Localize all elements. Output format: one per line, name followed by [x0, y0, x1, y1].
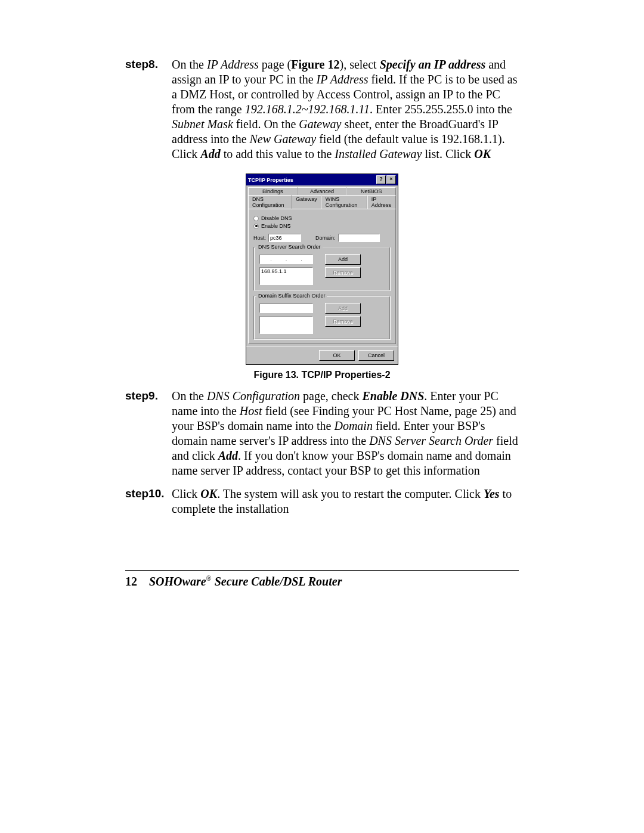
- suffix-input[interactable]: [259, 304, 313, 313]
- step9-label: step9.: [125, 389, 172, 478]
- tab-bindings[interactable]: Bindings: [248, 187, 298, 195]
- radio-disable-dns[interactable]: Disable DNS: [253, 215, 391, 221]
- step9: step9. On the DNS Configuration page, ch…: [125, 389, 519, 478]
- tab-ip-address[interactable]: IP Address: [367, 195, 396, 209]
- step9-text: On the DNS Configuration page, check Ena…: [172, 389, 519, 478]
- page-footer: 12 SOHOware® Secure Cable/DSL Router: [125, 570, 519, 589]
- dns-remove-button[interactable]: Remove: [325, 267, 361, 278]
- registered-icon: ®: [206, 574, 212, 583]
- host-input[interactable]: pc36: [268, 234, 301, 242]
- help-icon[interactable]: ?: [376, 175, 386, 184]
- domain-label: Domain:: [315, 235, 336, 241]
- step10-label: step10.: [125, 487, 172, 516]
- domain-suffix-group: Domain Suffix Search Order Add Remove: [253, 296, 391, 340]
- ok-button[interactable]: OK: [319, 350, 355, 361]
- dns-ip-input[interactable]: ...: [259, 255, 313, 264]
- domain-input[interactable]: [338, 234, 380, 242]
- radio-enable-dns[interactable]: Enable DNS: [253, 223, 391, 229]
- tab-wins-configuration[interactable]: WINS Configuration: [321, 195, 367, 209]
- tabs: Bindings Advanced NetBIOS DNS Configurat…: [246, 185, 398, 209]
- tab-advanced[interactable]: Advanced: [298, 187, 347, 195]
- step8-text: On the IP Address page (Figure 12), sele…: [172, 57, 519, 162]
- dns-list[interactable]: 168.95.1.1: [259, 267, 313, 285]
- tab-dns-configuration[interactable]: DNS Configuration: [248, 195, 292, 209]
- dns-search-order-group: DNS Server Search Order ... Add 168.95.1…: [253, 247, 391, 291]
- dns-search-order-label: DNS Server Search Order: [256, 244, 323, 250]
- dns-tab-panel: Disable DNS Enable DNS Host: pc36 Domain…: [248, 209, 396, 344]
- figure-13: TCP/IP Properties ? × Bindings Advanced …: [125, 174, 519, 380]
- cancel-button[interactable]: Cancel: [358, 350, 394, 361]
- tcpip-properties-dialog: TCP/IP Properties ? × Bindings Advanced …: [246, 174, 398, 365]
- footer-brand: SOHOware: [149, 575, 206, 588]
- tab-netbios[interactable]: NetBIOS: [346, 187, 396, 195]
- suffix-list[interactable]: [259, 316, 313, 334]
- dialog-titlebar: TCP/IP Properties ? ×: [246, 174, 398, 185]
- step8: step8. On the IP Address page (Figure 12…: [125, 57, 519, 162]
- close-icon[interactable]: ×: [386, 175, 396, 184]
- tab-gateway[interactable]: Gateway: [292, 195, 321, 209]
- page-number: 12: [125, 575, 137, 588]
- domain-suffix-label: Domain Suffix Search Order: [256, 293, 327, 299]
- step8-label: step8.: [125, 57, 172, 162]
- suffix-add-button[interactable]: Add: [325, 303, 361, 314]
- step10: step10. Click OK. The system will ask yo…: [125, 487, 519, 516]
- host-label: Host:: [253, 235, 266, 241]
- dialog-footer: OK Cancel: [246, 346, 398, 364]
- step10-text: Click OK. The system will ask you to res…: [172, 487, 519, 516]
- dns-add-button[interactable]: Add: [325, 254, 361, 265]
- figure-caption: Figure 13. TCP/IP Properties-2: [125, 370, 519, 380]
- suffix-remove-button[interactable]: Remove: [325, 316, 361, 327]
- dialog-title-text: TCP/IP Properties: [248, 177, 293, 183]
- footer-product: Secure Cable/DSL Router: [212, 575, 342, 588]
- host-field-row: Host: pc36 Domain:: [253, 234, 391, 242]
